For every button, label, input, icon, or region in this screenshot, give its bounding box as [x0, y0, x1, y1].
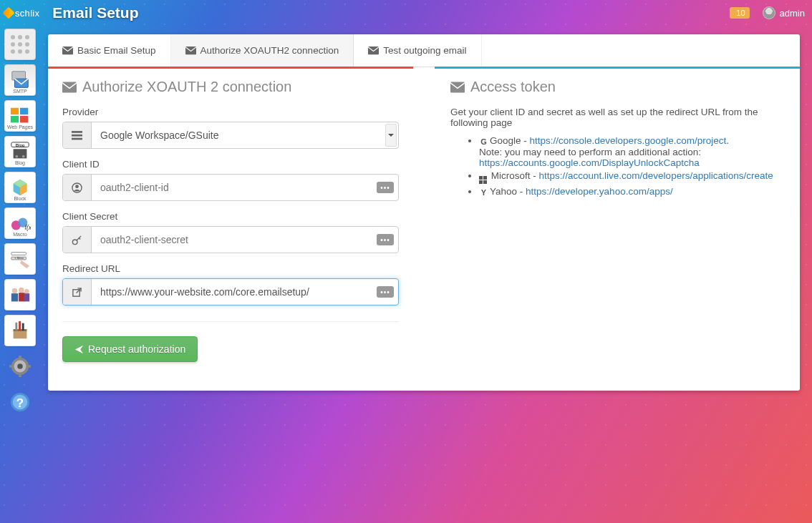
envelope-icon — [62, 82, 77, 93]
client-id-group — [62, 174, 399, 201]
microsoft-link[interactable]: https://account.live.com/developers/appl… — [539, 170, 773, 181]
svg-rect-38 — [22, 323, 24, 331]
key-icon — [63, 227, 92, 253]
rail-blog[interactable]: Blog Blog — [4, 136, 36, 167]
svg-text:f(x): f(x) — [25, 224, 31, 231]
help-icon: ? — [9, 391, 31, 413]
rail-users[interactable] — [4, 279, 36, 311]
tab-authorize[interactable]: Authorize XOAUTH2 connection — [171, 34, 354, 67]
tab-test-email[interactable]: Test outgoing email — [354, 34, 481, 67]
grid-icon — [9, 34, 31, 55]
svg-rect-45 — [26, 365, 31, 368]
rail-menu[interactable]: ≡ Menu — [4, 243, 36, 275]
rail-label: Blog — [5, 160, 35, 166]
provider-google: GGoogle - https://console.developers.goo… — [479, 135, 784, 168]
section-heading-access-token: Access token — [450, 79, 784, 95]
redirect-url-input[interactable] — [92, 279, 398, 305]
workspace: Basic Email Setup Authorize XOAUTH2 conn… — [48, 34, 800, 391]
svg-point-20 — [15, 155, 18, 158]
svg-rect-51 — [368, 47, 379, 54]
rail-label: SMTP — [5, 88, 35, 94]
client-secret-group — [62, 226, 399, 253]
svg-rect-15 — [11, 116, 19, 122]
svg-point-4 — [25, 35, 29, 39]
redirect-url-group — [62, 278, 399, 306]
tools-icon — [9, 320, 31, 341]
svg-rect-53 — [72, 131, 82, 133]
envelope-icon — [368, 46, 379, 55]
rail-settings[interactable] — [4, 351, 36, 382]
svg-point-5 — [11, 42, 15, 47]
rail-label: Block — [5, 195, 35, 202]
google-captcha-link[interactable]: https://accounts.google.com/DisplayUnloc… — [479, 157, 700, 168]
yahoo-link[interactable]: https://developer.yahoo.com/apps/ — [526, 186, 673, 197]
provider-select[interactable]: Google Workspace/GSuite — [92, 122, 398, 148]
rail-apps[interactable] — [4, 29, 36, 60]
send-icon — [74, 345, 84, 354]
svg-line-59 — [77, 235, 81, 240]
request-authorization-button[interactable]: Request authorization — [62, 336, 198, 362]
svg-rect-44 — [9, 365, 14, 368]
svg-rect-32 — [19, 293, 24, 301]
svg-point-7 — [25, 42, 29, 47]
menu-icon: ≡ Menu — [9, 248, 31, 270]
svg-rect-25 — [11, 253, 26, 255]
username: admin — [780, 8, 805, 19]
microsoft-icon — [479, 176, 487, 184]
svg-rect-19 — [14, 149, 27, 158]
rail-macro[interactable]: f(x) Macro — [4, 207, 36, 239]
svg-rect-50 — [185, 47, 196, 54]
yahoo-icon: Y — [479, 187, 488, 197]
rail-webpages[interactable]: Web Pages — [4, 100, 36, 132]
rail-smtp[interactable]: SMTP — [4, 64, 36, 96]
brand-logo[interactable]: schlix — [4, 8, 39, 19]
reveal-icon[interactable] — [377, 182, 394, 193]
svg-rect-43 — [19, 373, 21, 377]
client-secret-label: Client Secret — [62, 211, 399, 222]
user-menu[interactable]: admin — [763, 6, 805, 19]
svg-point-6 — [18, 42, 22, 47]
access-token-desc: Get your client ID and secret as well as… — [450, 107, 784, 128]
google-console-link[interactable]: https://console.developers.google.com/pr… — [530, 135, 727, 146]
google-icon: G — [479, 137, 488, 147]
svg-point-28 — [12, 288, 18, 294]
svg-point-8 — [11, 49, 15, 54]
svg-rect-49 — [62, 47, 73, 54]
svg-point-21 — [22, 155, 25, 158]
svg-rect-36 — [15, 323, 17, 331]
rail-label: Macro — [5, 231, 35, 238]
svg-point-2 — [11, 35, 15, 39]
side-rail: SMTP Web Pages Blog Blog Block f(x) Macr… — [2, 29, 38, 516]
reveal-icon[interactable] — [377, 286, 394, 298]
avatar — [763, 6, 775, 19]
svg-line-60 — [79, 238, 80, 239]
brand-text: schlix — [15, 8, 39, 19]
client-id-input[interactable] — [92, 175, 398, 200]
access-token-pane: Access token Get your client ID and secr… — [435, 67, 800, 379]
svg-point-30 — [24, 289, 29, 294]
rail-tools[interactable] — [4, 315, 36, 346]
reveal-icon[interactable] — [377, 234, 394, 245]
envelope-icon — [62, 46, 73, 55]
tab-basic-email[interactable]: Basic Email Setup — [48, 34, 171, 67]
gear-icon — [9, 356, 31, 377]
svg-point-10 — [25, 49, 29, 54]
svg-text:?: ? — [16, 396, 24, 410]
client-secret-input[interactable] — [92, 227, 398, 253]
notifications-badge[interactable]: 10 — [730, 7, 749, 19]
external-link-icon — [63, 279, 92, 305]
svg-rect-14 — [20, 108, 28, 114]
rail-help[interactable]: ? — [4, 386, 36, 418]
authorize-pane: Authorize XOAUTH 2 connection Provider G… — [48, 67, 413, 379]
svg-rect-54 — [72, 134, 82, 136]
svg-rect-52 — [62, 82, 77, 92]
svg-point-9 — [18, 49, 22, 54]
svg-text:≡ Menu: ≡ Menu — [15, 257, 24, 260]
client-id-label: Client ID — [62, 159, 399, 170]
rail-block[interactable]: Block — [4, 172, 36, 203]
svg-rect-42 — [19, 356, 21, 360]
svg-rect-55 — [72, 137, 82, 140]
logo-icon — [3, 7, 15, 19]
svg-rect-13 — [11, 108, 19, 114]
svg-rect-37 — [19, 321, 21, 331]
